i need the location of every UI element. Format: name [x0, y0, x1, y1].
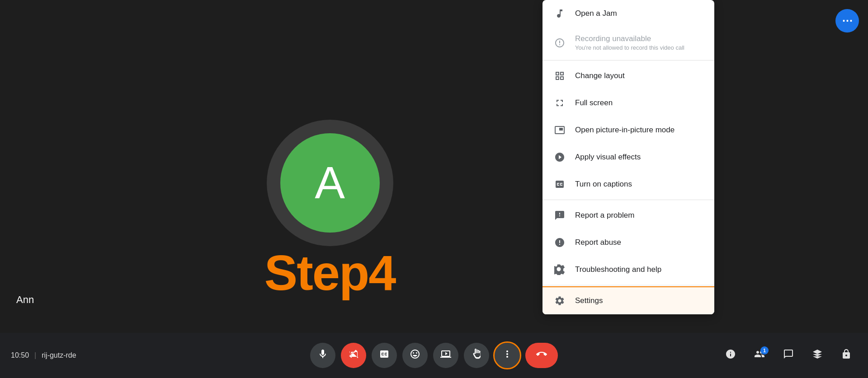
end-call-icon	[536, 349, 547, 362]
captions-icon	[379, 349, 390, 362]
meeting-time: 10:50	[11, 351, 29, 359]
camera-button[interactable]	[341, 343, 366, 368]
participant-avatar-container: A	[267, 120, 393, 246]
activities-button[interactable]	[807, 345, 828, 366]
bottom-bar: 10:50 | rij-gutz-rde	[0, 333, 868, 378]
participant-name: Ann	[16, 294, 34, 306]
meeting-info-button[interactable]	[720, 345, 741, 366]
present-icon	[440, 349, 451, 362]
emoji-button[interactable]	[402, 343, 428, 368]
more-options-icon	[502, 349, 513, 362]
captions-button[interactable]	[372, 343, 397, 368]
raise-hand-icon	[471, 349, 482, 362]
microphone-button[interactable]	[310, 343, 335, 368]
end-call-button[interactable]	[525, 343, 558, 368]
camera-off-icon	[348, 349, 359, 362]
info-icon	[725, 349, 736, 362]
more-options-button[interactable]	[495, 343, 520, 368]
microphone-icon	[317, 349, 328, 362]
raise-hand-button[interactable]	[464, 343, 489, 368]
menu-item-change-layout[interactable]: Change layout	[542, 62, 714, 89]
menu-item-picture-in-picture[interactable]: Open picture-in-picture mode	[542, 117, 714, 144]
open-jam-icon	[553, 7, 566, 20]
visual-effects-icon	[553, 151, 566, 163]
open-jam-label: Open a Jam	[575, 9, 703, 18]
captions-label: Turn on captions	[575, 180, 703, 189]
context-menu: Open a JamRecording unavailableYou're no…	[542, 0, 714, 314]
full-screen-icon	[553, 97, 566, 109]
change-layout-icon	[553, 70, 566, 82]
menu-item-open-jam[interactable]: Open a Jam	[542, 0, 714, 27]
menu-separator	[542, 200, 714, 200]
menu-separator	[542, 60, 714, 61]
emoji-icon	[410, 349, 420, 362]
report-abuse-icon	[553, 236, 566, 249]
settings-label: Settings	[575, 296, 703, 305]
full-screen-label: Full screen	[575, 98, 703, 107]
step4-label: Step4	[264, 244, 396, 301]
top-more-options-button[interactable]: ⋯	[835, 9, 859, 33]
menu-item-recording-unavailable: Recording unavailableYou're not allowed …	[542, 27, 714, 58]
meeting-code: rij-gutz-rde	[42, 351, 76, 359]
three-dots-icon: ⋯	[842, 14, 853, 27]
recording-unavailable-label: Recording unavailableYou're not allowed …	[575, 34, 703, 51]
chat-icon	[783, 349, 794, 362]
avatar-initials: A	[280, 133, 380, 233]
troubleshooting-label: Troubleshooting and help	[575, 265, 703, 274]
host-controls-icon	[841, 349, 852, 362]
menu-item-troubleshooting[interactable]: Troubleshooting and help	[542, 256, 714, 283]
menu-item-settings[interactable]: Settings	[542, 287, 714, 314]
change-layout-label: Change layout	[575, 71, 703, 80]
picture-in-picture-icon	[553, 124, 566, 136]
settings-icon	[553, 294, 566, 307]
time-divider: |	[34, 351, 36, 359]
meeting-info: 10:50 | rij-gutz-rde	[11, 351, 76, 359]
report-abuse-label: Report abuse	[575, 238, 703, 247]
menu-item-visual-effects[interactable]: Apply visual effects	[542, 144, 714, 171]
report-problem-label: Report a problem	[575, 211, 703, 220]
menu-item-report-abuse[interactable]: Report abuse	[542, 229, 714, 256]
troubleshooting-icon	[553, 263, 566, 276]
people-button[interactable]: 1	[749, 345, 770, 366]
captions-icon	[553, 178, 566, 191]
menu-item-report-problem[interactable]: Report a problem	[542, 202, 714, 229]
recording-unavailable-icon	[553, 37, 566, 49]
menu-item-full-screen[interactable]: Full screen	[542, 89, 714, 117]
activities-icon	[812, 349, 823, 362]
chat-button[interactable]	[778, 345, 799, 366]
right-controls: 1	[720, 345, 857, 366]
menu-item-captions[interactable]: Turn on captions	[542, 171, 714, 198]
picture-in-picture-label: Open picture-in-picture mode	[575, 126, 703, 135]
present-button[interactable]	[433, 343, 458, 368]
host-controls-button[interactable]	[835, 345, 857, 366]
control-buttons	[310, 343, 558, 368]
avatar-outer-ring: A	[267, 120, 393, 246]
people-badge: 1	[760, 346, 769, 355]
report-problem-icon	[553, 209, 566, 222]
recording-unavailable-sublabel: You're not allowed to record this video …	[575, 44, 703, 51]
video-area: A Step4 Ann	[0, 0, 868, 378]
visual-effects-label: Apply visual effects	[575, 153, 703, 162]
menu-separator	[542, 285, 714, 285]
